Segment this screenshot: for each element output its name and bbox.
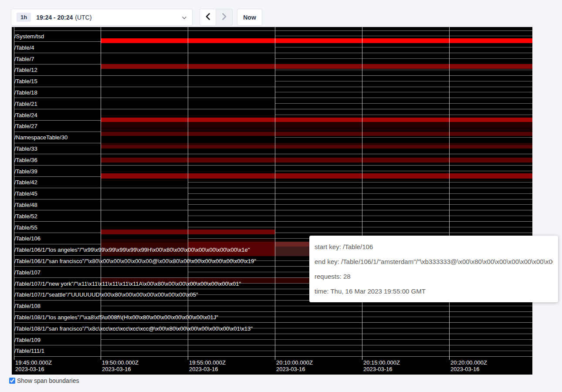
row-label: /Table/106/1/"los angeles"/"\x99\x99\x99… (14, 247, 250, 253)
chevron-right-icon (222, 13, 227, 21)
heat-band (101, 118, 532, 122)
heat-band (101, 173, 532, 179)
row-label: /Table/33 (14, 145, 37, 152)
x-axis-tick-date: 2023-03-16 (102, 366, 131, 372)
x-axis-tick-date: 2023-03-16 (15, 366, 44, 372)
x-axis-tick-time: 20:10:00.000Z (276, 359, 313, 366)
row-label: /Table/15 (14, 78, 37, 84)
row-label: /System/tsd (14, 33, 44, 40)
show-span-boundaries-checkbox[interactable] (9, 378, 15, 384)
keyvis-heatmap-svg: /System/tsd/Table/4/Table/7/Table/12/Tab… (12, 27, 532, 375)
row-label: /Table/106/1/"san francisco"/"\x80\x00\x… (14, 258, 256, 264)
heat-band (101, 143, 532, 145)
row-label: /Table/107/1/"new york"/"\x11\x11\x11\x1… (14, 280, 241, 287)
x-axis-tick-time: 19:50:00.000Z (102, 359, 139, 366)
row-label: /Table/39 (14, 168, 37, 175)
x-axis-tick-time: 19:55:00.000Z (189, 359, 226, 366)
x-axis-tick-date: 2023-03-16 (363, 366, 393, 372)
row-label: /Table/4 (14, 44, 34, 51)
heat-band (101, 127, 532, 132)
time-range-picker[interactable]: 1h 19:24 - 20:24 (UTC) (11, 9, 193, 26)
row-label: /Table/48 (14, 202, 37, 208)
row-label: /Table/107 (14, 269, 41, 276)
prev-time-button[interactable] (200, 9, 216, 26)
heat-band (101, 122, 532, 127)
x-axis-tick-date: 2023-03-16 (450, 366, 480, 372)
footer-controls: Show span boundaries (9, 377, 79, 384)
key-visualizer-canvas[interactable]: /System/tsd/Table/4/Table/7/Table/12/Tab… (12, 27, 532, 375)
x-axis-tick-time: 20:15:00.000Z (363, 359, 400, 366)
heat-band (101, 64, 532, 69)
row-label: /NamespaceTable/30 (14, 134, 68, 141)
chevron-down-icon (182, 14, 187, 21)
heat-band (101, 38, 532, 43)
x-axis-tick-time: 20:20:00.000Z (450, 359, 487, 366)
heat-band (101, 145, 532, 149)
time-range-preset-badge: 1h (17, 13, 31, 22)
row-label: /Table/42 (14, 179, 37, 186)
tooltip-start-key: start key: /Table/106 (315, 240, 553, 254)
time-range-text: 19:24 - 20:24 (36, 14, 73, 21)
x-axis-tick-date: 2023-03-16 (276, 366, 305, 372)
tooltip-requests: requests: 28 (315, 269, 553, 284)
row-label: /Table/108/1/"los angeles"/"\xa8\xf5\u00… (14, 314, 218, 321)
key-visualizer-page: 1h 19:24 - 20:24 (UTC) Now /System/tsd/T… (0, 0, 562, 392)
heat-band (101, 158, 532, 162)
chevron-left-icon (205, 13, 210, 21)
tooltip-time: time: Thu, 16 Mar 2023 19:55:00 GMT (315, 284, 553, 299)
row-label: /Table/55 (14, 224, 37, 231)
time-nav-group (200, 9, 233, 26)
row-label: /Table/21 (14, 101, 37, 107)
heatmap-tooltip: start key: /Table/106 end key: /Table/10… (309, 236, 558, 302)
row-label: /Table/36 (14, 157, 37, 163)
row-label: /Table/111/1 (14, 348, 44, 354)
next-time-button[interactable] (216, 9, 233, 26)
show-span-boundaries-label[interactable]: Show span boundaries (17, 377, 79, 384)
row-label: /Table/7 (14, 56, 34, 62)
now-button[interactable]: Now (237, 9, 262, 26)
tooltip-end-key: end key: /Table/106/1/"amsterdam"/"\xb33… (315, 254, 553, 269)
row-label: /Table/108/1/"san francisco"/"\x8c\xcc\x… (14, 325, 253, 332)
row-label: /Table/45 (14, 190, 37, 197)
row-label: /Table/107/1/"seattle"/"UUUUUUD\x00\x80\… (14, 291, 198, 298)
row-label: /Table/52 (14, 213, 37, 220)
heat-band (101, 132, 532, 136)
row-label: /Table/27 (14, 123, 37, 129)
row-label: /Table/24 (14, 112, 37, 118)
row-label: /Table/18 (14, 89, 37, 96)
x-axis-tick-date: 2023-03-16 (189, 366, 218, 372)
row-label: /Table/109 (14, 337, 41, 343)
row-label: /Table/106 (14, 235, 41, 242)
timezone-text: (UTC) (75, 14, 91, 21)
x-axis-tick-time: 19:45:00.000Z (15, 359, 52, 366)
row-label: /Table/12 (14, 67, 37, 73)
row-label: /Table/108 (14, 303, 41, 309)
